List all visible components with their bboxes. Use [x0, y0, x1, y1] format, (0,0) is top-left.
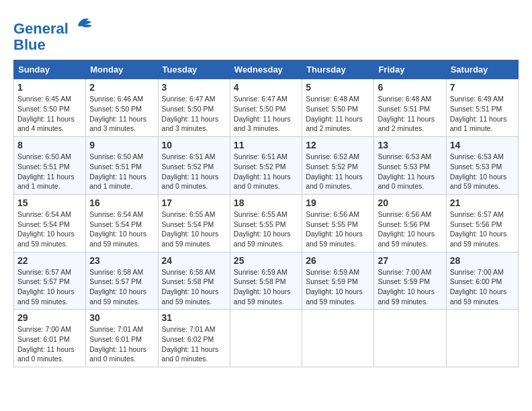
day-info: Sunrise: 6:56 AM Sunset: 5:56 PM Dayligh…	[378, 210, 442, 249]
col-header-friday: Friday	[374, 60, 446, 79]
day-number: 16	[89, 197, 154, 208]
calendar-cell: 18 Sunrise: 6:55 AM Sunset: 5:55 PM Dayl…	[230, 194, 302, 252]
day-info: Sunrise: 6:58 AM Sunset: 5:58 PM Dayligh…	[162, 267, 226, 307]
day-info: Sunrise: 6:56 AM Sunset: 5:55 PM Dayligh…	[306, 210, 370, 249]
day-number: 13	[378, 140, 442, 150]
calendar-cell: 11 Sunrise: 6:51 AM Sunset: 5:52 PM Dayl…	[230, 137, 302, 195]
calendar-cell: 19 Sunrise: 6:56 AM Sunset: 5:55 PM Dayl…	[302, 194, 374, 252]
day-info: Sunrise: 7:00 AM Sunset: 6:01 PM Dayligh…	[17, 324, 82, 364]
day-number: 26	[306, 255, 370, 266]
logo: General Blue	[13, 13, 94, 53]
day-info: Sunrise: 6:57 AM Sunset: 5:56 PM Dayligh…	[450, 210, 515, 249]
calendar-cell: 8 Sunrise: 6:50 AM Sunset: 5:51 PM Dayli…	[14, 137, 86, 195]
day-number: 24	[162, 255, 226, 266]
calendar-cell: 20 Sunrise: 6:56 AM Sunset: 5:56 PM Dayl…	[374, 194, 446, 252]
day-info: Sunrise: 6:49 AM Sunset: 5:51 PM Dayligh…	[450, 94, 515, 134]
day-info: Sunrise: 6:48 AM Sunset: 5:51 PM Dayligh…	[378, 94, 442, 134]
calendar-cell: 3 Sunrise: 6:47 AM Sunset: 5:50 PM Dayli…	[158, 79, 230, 137]
calendar-cell: 25 Sunrise: 6:59 AM Sunset: 5:58 PM Dayl…	[230, 252, 302, 310]
day-number: 10	[162, 140, 226, 150]
day-info: Sunrise: 7:00 AM Sunset: 5:59 PM Dayligh…	[378, 267, 442, 307]
calendar-cell	[374, 310, 446, 367]
day-number: 8	[17, 140, 82, 150]
calendar-cell: 31 Sunrise: 7:01 AM Sunset: 6:02 PM Dayl…	[158, 310, 230, 367]
day-number: 12	[306, 140, 370, 150]
col-header-saturday: Saturday	[446, 60, 518, 79]
day-number: 31	[162, 312, 226, 323]
calendar-week-5: 29 Sunrise: 7:00 AM Sunset: 6:01 PM Dayl…	[14, 310, 519, 367]
calendar-cell: 6 Sunrise: 6:48 AM Sunset: 5:51 PM Dayli…	[374, 79, 446, 137]
day-info: Sunrise: 6:52 AM Sunset: 5:52 PM Dayligh…	[306, 152, 370, 191]
calendar-week-1: 1 Sunrise: 6:45 AM Sunset: 5:50 PM Dayli…	[14, 79, 519, 137]
day-info: Sunrise: 6:47 AM Sunset: 5:50 PM Dayligh…	[234, 94, 298, 134]
day-number: 21	[450, 197, 515, 208]
day-info: Sunrise: 6:51 AM Sunset: 5:52 PM Dayligh…	[234, 152, 298, 191]
day-number: 20	[378, 197, 442, 208]
col-header-sunday: Sunday	[14, 60, 86, 79]
calendar-cell: 14 Sunrise: 6:53 AM Sunset: 5:53 PM Dayl…	[446, 137, 518, 195]
calendar-cell: 4 Sunrise: 6:47 AM Sunset: 5:50 PM Dayli…	[230, 79, 302, 137]
day-number: 4	[234, 82, 298, 93]
day-info: Sunrise: 6:45 AM Sunset: 5:50 PM Dayligh…	[17, 94, 82, 134]
day-number: 19	[306, 197, 370, 208]
day-number: 27	[378, 255, 442, 266]
calendar-cell: 1 Sunrise: 6:45 AM Sunset: 5:50 PM Dayli…	[14, 79, 86, 137]
day-number: 29	[17, 312, 82, 323]
day-number: 11	[234, 140, 298, 150]
day-info: Sunrise: 7:01 AM Sunset: 6:01 PM Dayligh…	[89, 324, 154, 364]
col-header-thursday: Thursday	[302, 60, 374, 79]
day-number: 25	[234, 255, 298, 266]
day-number: 22	[17, 255, 82, 266]
calendar-cell: 27 Sunrise: 7:00 AM Sunset: 5:59 PM Dayl…	[374, 252, 446, 310]
page-header: General Blue	[13, 13, 519, 53]
calendar-cell	[302, 310, 374, 367]
day-info: Sunrise: 6:55 AM Sunset: 5:54 PM Dayligh…	[162, 210, 226, 249]
day-info: Sunrise: 6:51 AM Sunset: 5:52 PM Dayligh…	[162, 152, 226, 191]
logo-text: General	[13, 13, 94, 37]
logo-bird-icon	[74, 13, 94, 34]
day-info: Sunrise: 7:00 AM Sunset: 6:00 PM Dayligh…	[450, 267, 515, 307]
calendar-cell: 13 Sunrise: 6:53 AM Sunset: 5:53 PM Dayl…	[374, 137, 446, 195]
day-info: Sunrise: 7:01 AM Sunset: 6:02 PM Dayligh…	[162, 324, 226, 364]
day-number: 14	[450, 140, 515, 150]
day-info: Sunrise: 6:54 AM Sunset: 5:54 PM Dayligh…	[17, 210, 82, 249]
day-info: Sunrise: 6:54 AM Sunset: 5:54 PM Dayligh…	[89, 210, 154, 249]
day-info: Sunrise: 6:47 AM Sunset: 5:50 PM Dayligh…	[162, 94, 226, 134]
calendar-cell	[230, 310, 302, 367]
calendar-cell: 24 Sunrise: 6:58 AM Sunset: 5:58 PM Dayl…	[158, 252, 230, 310]
day-number: 6	[378, 82, 442, 93]
calendar-cell: 22 Sunrise: 6:57 AM Sunset: 5:57 PM Dayl…	[14, 252, 86, 310]
calendar-table: SundayMondayTuesdayWednesdayThursdayFrid…	[13, 60, 519, 367]
calendar-cell: 5 Sunrise: 6:48 AM Sunset: 5:50 PM Dayli…	[302, 79, 374, 137]
day-number: 17	[162, 197, 226, 208]
day-number: 3	[162, 82, 226, 93]
calendar-cell: 15 Sunrise: 6:54 AM Sunset: 5:54 PM Dayl…	[14, 194, 86, 252]
calendar-cell: 30 Sunrise: 7:01 AM Sunset: 6:01 PM Dayl…	[86, 310, 158, 367]
day-info: Sunrise: 6:50 AM Sunset: 5:51 PM Dayligh…	[17, 152, 82, 191]
day-number: 30	[89, 312, 154, 323]
calendar-cell: 21 Sunrise: 6:57 AM Sunset: 5:56 PM Dayl…	[446, 194, 518, 252]
col-header-wednesday: Wednesday	[230, 60, 302, 79]
calendar-cell: 10 Sunrise: 6:51 AM Sunset: 5:52 PM Dayl…	[158, 137, 230, 195]
day-number: 7	[450, 82, 515, 93]
calendar-cell: 9 Sunrise: 6:50 AM Sunset: 5:51 PM Dayli…	[86, 137, 158, 195]
calendar-cell	[446, 310, 518, 367]
calendar-cell: 23 Sunrise: 6:58 AM Sunset: 5:57 PM Dayl…	[86, 252, 158, 310]
day-number: 28	[450, 255, 515, 266]
day-number: 2	[89, 82, 154, 93]
logo-blue-text: Blue	[13, 37, 94, 53]
day-number: 23	[89, 255, 154, 266]
day-info: Sunrise: 6:59 AM Sunset: 5:58 PM Dayligh…	[234, 267, 298, 307]
day-number: 5	[306, 82, 370, 93]
day-info: Sunrise: 6:53 AM Sunset: 5:53 PM Dayligh…	[378, 152, 442, 191]
calendar-cell: 16 Sunrise: 6:54 AM Sunset: 5:54 PM Dayl…	[86, 194, 158, 252]
calendar-week-4: 22 Sunrise: 6:57 AM Sunset: 5:57 PM Dayl…	[14, 252, 519, 310]
calendar-week-3: 15 Sunrise: 6:54 AM Sunset: 5:54 PM Dayl…	[14, 194, 519, 252]
day-info: Sunrise: 6:50 AM Sunset: 5:51 PM Dayligh…	[89, 152, 154, 191]
day-number: 1	[17, 82, 82, 93]
day-number: 18	[234, 197, 298, 208]
calendar-cell: 2 Sunrise: 6:46 AM Sunset: 5:50 PM Dayli…	[86, 79, 158, 137]
calendar-cell: 29 Sunrise: 7:00 AM Sunset: 6:01 PM Dayl…	[14, 310, 86, 367]
calendar-cell: 17 Sunrise: 6:55 AM Sunset: 5:54 PM Dayl…	[158, 194, 230, 252]
calendar-cell: 26 Sunrise: 6:59 AM Sunset: 5:59 PM Dayl…	[302, 252, 374, 310]
